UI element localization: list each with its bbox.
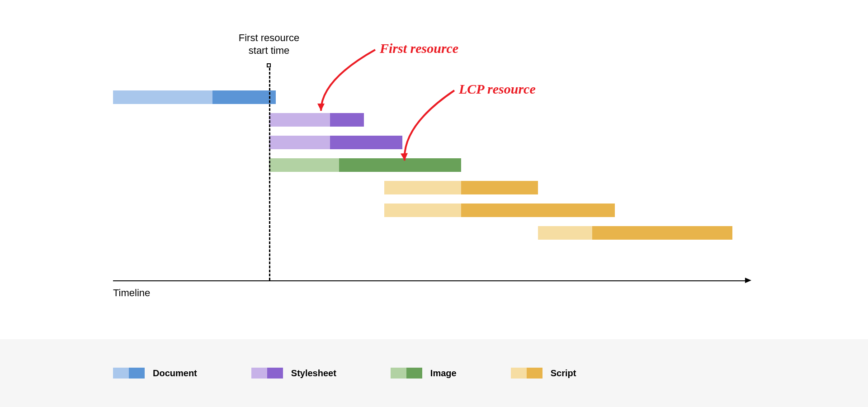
legend-item-stylesheet: Stylesheet — [251, 368, 336, 379]
legend-label: Image — [430, 368, 457, 379]
legend-swatch-icon — [511, 368, 542, 379]
waterfall-bar-script — [384, 181, 538, 194]
legend-swatch-icon — [391, 368, 422, 379]
waterfall-chart: First resourcestart timeFirst resourceLC… — [113, 27, 746, 276]
marker-handle-icon — [267, 63, 271, 67]
legend-label: Script — [551, 368, 576, 379]
waterfall-bar-document — [113, 90, 276, 104]
svg-marker-0 — [317, 104, 325, 111]
lcp-resource-arrow-icon — [113, 27, 746, 280]
first-resource-annotation: First resource — [380, 41, 458, 56]
first-resource-start-time-marker — [269, 68, 270, 280]
waterfall-bar-stylesheet — [269, 113, 364, 127]
legend-swatch-icon — [113, 368, 145, 379]
waterfall-bar-script — [384, 204, 615, 217]
timeline-axis-arrow — [745, 278, 751, 283]
timeline-axis-label: Timeline — [113, 287, 150, 299]
lcp-resource-annotation: LCP resource — [459, 81, 536, 97]
legend-item-script: Script — [511, 368, 576, 379]
legend-label: Stylesheet — [291, 368, 336, 379]
waterfall-bar-image — [269, 158, 461, 172]
timeline-axis — [113, 280, 746, 281]
legend: DocumentStylesheetImageScript — [0, 339, 868, 407]
waterfall-bar-stylesheet — [269, 136, 402, 149]
waterfall-bar-script — [538, 226, 732, 240]
legend-item-document: Document — [113, 368, 197, 379]
legend-item-image: Image — [391, 368, 457, 379]
first-resource-start-time-label: First resourcestart time — [224, 32, 314, 57]
legend-swatch-icon — [251, 368, 283, 379]
legend-label: Document — [153, 368, 197, 379]
first-resource-arrow-icon — [113, 27, 746, 280]
